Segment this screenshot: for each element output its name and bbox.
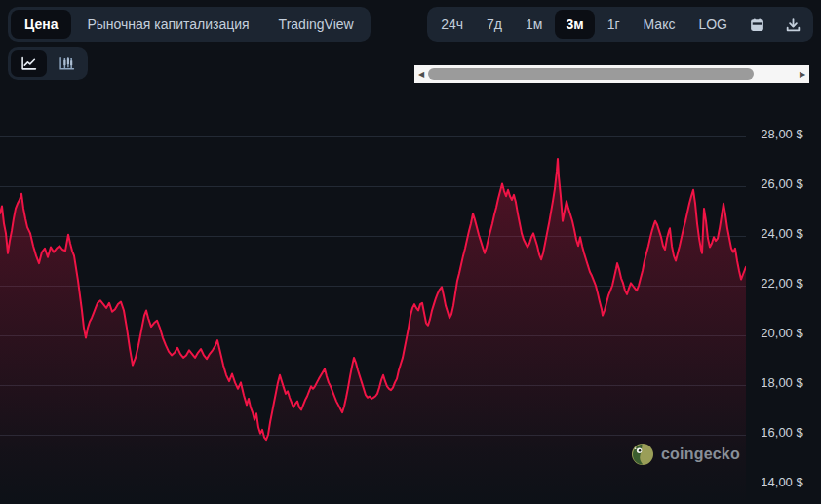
tab-tradingview[interactable]: TradingView xyxy=(265,10,368,39)
y-axis-label: 24,00 $ xyxy=(747,225,817,243)
tab-market-cap[interactable]: Рыночная капитализация xyxy=(73,10,262,39)
range-max-button[interactable]: Макс xyxy=(633,10,686,39)
scroll-left-arrow-icon[interactable]: ◀ xyxy=(414,65,428,83)
scroll-right-arrow-icon[interactable]: ▶ xyxy=(796,65,809,83)
y-axis-label: 18,00 $ xyxy=(747,374,817,392)
line-chart-icon xyxy=(20,56,37,71)
chart-horizontal-scrollbar[interactable]: ◀ ▶ xyxy=(414,65,809,83)
y-axis-label: 16,00 $ xyxy=(747,424,817,442)
y-axis-label: 20,00 $ xyxy=(747,325,817,342)
range-1y-button[interactable]: 1г xyxy=(597,10,631,39)
candle-chart-icon xyxy=(59,56,75,71)
y-axis-label: 26,00 $ xyxy=(747,175,817,193)
y-axis: 28,00 $26,00 $24,00 $22,00 $20,00 $18,00… xyxy=(747,107,817,504)
line-chart-type-button[interactable] xyxy=(11,50,47,77)
tab-price[interactable]: Цена xyxy=(11,10,71,39)
download-icon xyxy=(785,17,801,33)
scrollbar-thumb[interactable] xyxy=(428,68,754,80)
calendar-icon xyxy=(749,17,765,33)
range-1m-button[interactable]: 1м xyxy=(515,10,553,39)
coingecko-watermark: coingecko xyxy=(631,443,740,466)
y-axis-label: 22,00 $ xyxy=(747,275,817,292)
calendar-button[interactable] xyxy=(740,11,774,39)
download-button[interactable] xyxy=(776,11,810,39)
y-axis-label: 14,00 $ xyxy=(747,474,817,491)
range-3m-button[interactable]: 3м xyxy=(555,10,594,39)
coingecko-logo xyxy=(631,443,654,466)
candle-chart-type-button[interactable] xyxy=(49,50,85,77)
y-axis-label: 28,00 $ xyxy=(747,126,817,143)
coingecko-price-chart-widget: { "metric_tabs": { "price": "Цена", "mar… xyxy=(0,0,821,504)
range-24h-button[interactable]: 24ч xyxy=(430,10,474,39)
coingecko-watermark-text: coingecko xyxy=(661,446,740,463)
range-7d-button[interactable]: 7д xyxy=(476,10,513,39)
metric-tabs: Цена Рыночная капитализация TradingView xyxy=(8,7,371,42)
log-scale-button[interactable]: LOG xyxy=(687,10,738,39)
time-range-group: 24ч 7д 1м 3м 1г Макс LOG xyxy=(427,7,813,42)
chart-type-toggle xyxy=(8,47,88,80)
